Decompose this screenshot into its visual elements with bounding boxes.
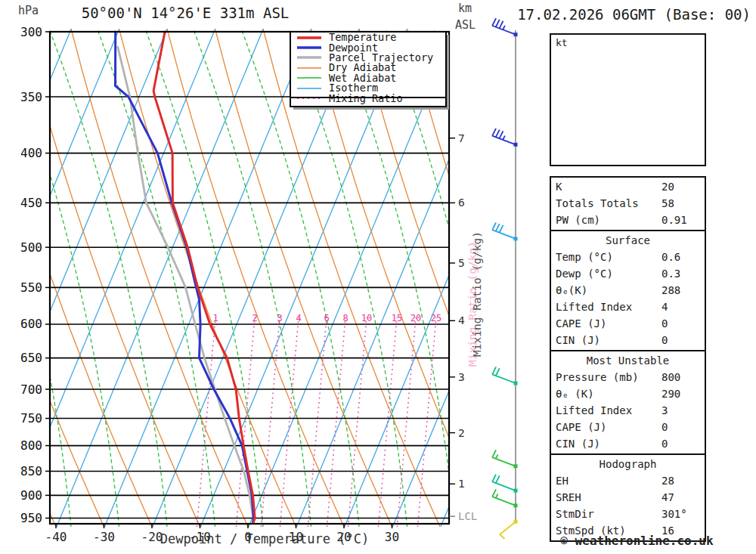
table-row: CIN (J)0: [551, 332, 705, 348]
km-tick-label: 4: [458, 314, 465, 327]
altitude-unit-asl-label: ASL: [455, 18, 476, 32]
table-section: K20Totals Totals58PW (cm)0.91: [551, 178, 705, 230]
pressure-tick-label: 900: [20, 488, 42, 503]
km-tick-label: 1: [458, 478, 465, 490]
wind-barb-feather: [492, 475, 496, 482]
table-row: SREH47: [551, 489, 705, 506]
table-row: Dewp (°C)0.3: [551, 265, 705, 282]
legend-rows: TemperatureDewpointParcel TrajectoryDry …: [291, 32, 445, 104]
table-row: EH28: [551, 472, 705, 489]
skewt-sounding-page: 1234681015202530035040045050055060065070…: [0, 0, 756, 554]
wind-barb-half-feather: [503, 26, 505, 29]
table-row-label: Lifted Index: [556, 301, 632, 313]
table-row: CAPE (J)0: [551, 419, 705, 435]
table-section-header: Hodograph: [551, 456, 705, 472]
table-row-label: Totals Totals: [556, 197, 639, 209]
table-row-value: 0.6: [662, 249, 680, 265]
table-row: K20: [551, 178, 705, 195]
wind-barb-shaft: [492, 457, 516, 466]
table-row-value: 0: [662, 419, 668, 435]
table-row: Pressure (mb)800: [551, 369, 705, 385]
pressure-tick-label: 550: [20, 280, 42, 295]
wind-barb-feather: [500, 534, 505, 539]
table-row-value: 0: [662, 435, 668, 452]
mixing-ratio-value-label: 3: [277, 313, 282, 323]
table-row: CAPE (J)0: [551, 315, 705, 332]
table-row-label: CAPE (J): [556, 421, 606, 433]
table-row-value: 20: [662, 178, 674, 195]
table-section-header: Most Unstable: [551, 352, 705, 369]
wind-barb-shaft: [500, 522, 516, 534]
table-row-value: 290: [662, 385, 680, 402]
wet-adiabat-line: [0, 29, 23, 527]
table-row: Lifted Index3: [551, 402, 705, 419]
x-axis-title: Dewpoint / Temperature (°C): [91, 531, 438, 546]
pressure-tick-label: 800: [20, 438, 42, 453]
km-tick-label: 6: [458, 197, 465, 209]
pressure-tick-label: 650: [20, 351, 42, 365]
wind-barb-feather: [499, 131, 503, 138]
mixing-ratio-value-label: 1: [212, 313, 218, 323]
wet-adiabat-line: [2, 29, 119, 527]
temp-tick-label: -40: [45, 530, 67, 544]
dry-adiabat-line: [0, 29, 8, 527]
wind-barb-feather: [492, 222, 496, 230]
table-row: StmDir301°: [551, 506, 705, 522]
pressure-tick-label: 450: [20, 196, 42, 210]
wind-barb: [492, 489, 517, 507]
table-row-value: 301°: [662, 506, 687, 522]
table-row-label: Lifted Index: [556, 404, 632, 416]
wind-barb-feather: [492, 367, 496, 374]
isotherm-line: [57, 29, 263, 527]
table-row-label: Pressure (mb): [556, 371, 639, 383]
wind-barb-feather: [499, 225, 503, 233]
pressure-tick-label: 700: [20, 382, 42, 397]
isotherm-line: [0, 29, 119, 527]
parcel-trajectory-curve: [118, 47, 254, 522]
wind-barb: [492, 367, 517, 385]
chart-legend: TemperatureDewpointParcel TrajectoryDry …: [290, 31, 447, 107]
legend-line-sample: [296, 54, 322, 61]
table-row-label: Temp (°C): [556, 251, 613, 263]
pressure-tick-label: 350: [20, 90, 42, 104]
table-row: θₑ (K)290: [551, 385, 705, 402]
legend-line-sample: [296, 34, 322, 42]
altitude-unit-km-label: km: [458, 2, 472, 15]
legend-item-label: Mixing Ratio: [329, 94, 403, 104]
legend-divider-line: [290, 97, 447, 98]
pressure-tick-label: 500: [20, 240, 42, 255]
legend-line-sample: [296, 64, 322, 72]
pressure-tick-label: 750: [20, 411, 42, 426]
legend-line-sample: [296, 85, 322, 92]
wet-adiabat-line: [721, 29, 756, 527]
km-tick-label: 7: [458, 132, 465, 144]
wind-barb-feather: [496, 224, 500, 231]
wind-barb-feather: [496, 475, 500, 483]
table-row-value: 0.3: [662, 265, 680, 282]
legend-line-sample: [296, 94, 322, 102]
table-section: Most UnstablePressure (mb)800θₑ (K)290Li…: [551, 350, 705, 453]
table-row-label: CIN (J): [556, 334, 600, 346]
mixing-ratio-value-label: 20: [411, 313, 421, 323]
km-tick-label: 3: [458, 371, 465, 383]
pressure-tick-label: 600: [20, 317, 42, 331]
pressure-tick-label: 400: [20, 146, 42, 160]
wind-barb-feather: [496, 368, 500, 376]
wind-barb-half-feather: [496, 455, 498, 459]
wind-barb-shaft: [492, 374, 516, 383]
wind-barb-half-feather: [503, 136, 505, 140]
copyright-credit: © weatheronline.co.uk: [529, 534, 745, 548]
mixing-ratio-value-label: 8: [342, 313, 348, 323]
pressure-tick-label: 300: [20, 25, 42, 39]
table-row-value: 47: [662, 489, 674, 506]
table-row: CIN (J)0: [551, 435, 705, 452]
pressure-tick-label: 850: [20, 464, 42, 478]
table-row-label: CAPE (J): [556, 317, 606, 330]
wind-barb-shaft: [492, 497, 516, 506]
table-row-label: PW (cm): [556, 214, 600, 226]
mixing-ratio-value-label: 15: [392, 313, 402, 323]
hodograph-unit-label: kt: [556, 37, 568, 48]
wind-barb-half-feather: [496, 494, 498, 498]
legend-line-sample: [296, 74, 322, 82]
pressure-tick-label: 950: [20, 511, 42, 525]
